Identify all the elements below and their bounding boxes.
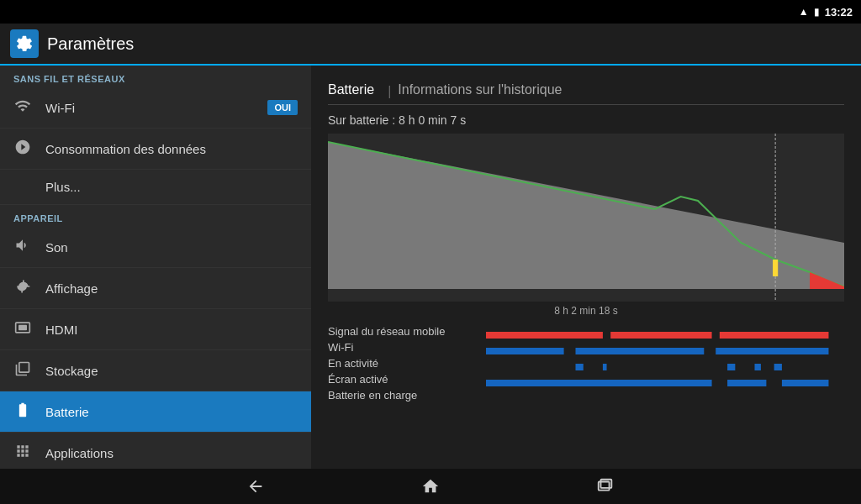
svg-rect-11 (486, 348, 828, 354)
sidebar-item-applications[interactable]: Applications (0, 433, 311, 469)
data-label: Consommation des données (45, 142, 298, 156)
svg-rect-7 (773, 260, 778, 276)
sidebar-item-hdmi[interactable]: HDMI (0, 309, 311, 350)
svg-rect-2 (18, 325, 27, 331)
recents-button[interactable] (590, 471, 621, 501)
sidebar-item-son[interactable]: Son (0, 227, 311, 268)
sidebar-item-plus[interactable]: Plus... (0, 170, 311, 205)
wifi-status-icon: ▲ (799, 6, 809, 18)
sidebar: SANS FIL ET RÉSEAUX Wi-Fi OUI Consommati… (0, 66, 311, 469)
sidebar-item-wifi[interactable]: Wi-Fi OUI (0, 87, 311, 129)
chart-time-label: 8 h 2 min 18 s (328, 305, 844, 317)
battery-icon: ▮ (814, 6, 820, 18)
signal-row-activite: En activité (328, 357, 844, 370)
signal-mobile-label: Signal du réseau mobile (328, 325, 479, 338)
wifi-label: Wi-Fi (45, 101, 254, 115)
signal-mobile-bar (486, 328, 844, 336)
status-time: 13:22 (825, 6, 853, 18)
top-bar: Paramètres (0, 24, 861, 66)
sidebar-item-stockage[interactable]: Stockage (0, 350, 311, 391)
svg-rect-15 (603, 364, 607, 370)
affichage-icon (13, 278, 32, 298)
battery-chart (328, 134, 844, 302)
svg-rect-12 (564, 348, 576, 354)
applications-label: Applications (45, 446, 298, 460)
content-tabs: Batterie | Informations sur l'historique (328, 79, 844, 105)
svg-rect-19 (486, 380, 712, 386)
tab-historique[interactable]: Informations sur l'historique (398, 79, 568, 104)
svg-rect-13 (704, 348, 716, 354)
svg-rect-14 (576, 364, 584, 370)
son-label: Son (45, 240, 298, 255)
signal-activite-bar (486, 360, 844, 368)
signal-charge-bar (486, 391, 844, 400)
svg-rect-8 (486, 332, 828, 339)
sidebar-item-affichage[interactable]: Affichage (0, 268, 311, 309)
signal-row-mobile: Signal du réseau mobile (328, 325, 844, 338)
signal-wifi-label: Wi-Fi (328, 341, 479, 354)
svg-rect-17 (755, 364, 761, 370)
tab-divider: | (381, 84, 398, 99)
back-button[interactable] (240, 471, 271, 501)
hdmi-label: HDMI (45, 323, 298, 337)
data-icon (13, 139, 32, 159)
bottom-nav (0, 469, 861, 504)
sidebar-item-data[interactable]: Consommation des données (0, 129, 311, 170)
home-button[interactable] (415, 471, 446, 501)
section-header-appareil: APPAREIL (0, 205, 311, 227)
svg-rect-21 (782, 380, 829, 386)
stockage-label: Stockage (45, 364, 298, 378)
main-layout: SANS FIL ET RÉSEAUX Wi-Fi OUI Consommati… (0, 66, 861, 469)
signal-charge-label: Batterie en charge (328, 389, 479, 402)
svg-rect-9 (603, 332, 610, 339)
signal-wifi-bar (486, 344, 844, 352)
applications-icon (13, 443, 32, 463)
batterie-label: Batterie (45, 405, 298, 419)
tab-batterie[interactable]: Batterie (328, 79, 381, 104)
wifi-icon (13, 97, 32, 118)
battery-duration-label: Sur batterie : 8 h 0 min 7 s (328, 113, 844, 127)
app-icon (10, 29, 39, 58)
section-header-reseau: SANS FIL ET RÉSEAUX (0, 66, 311, 87)
signal-row-charge: Batterie en charge (328, 389, 844, 402)
signal-row-ecran: Écran activé (328, 373, 844, 386)
affichage-label: Affichage (45, 281, 298, 296)
content-area: Batterie | Informations sur l'historique… (311, 66, 861, 469)
settings-icon (15, 34, 34, 53)
hdmi-icon (13, 319, 32, 339)
svg-rect-16 (727, 364, 735, 370)
wifi-toggle-button[interactable]: OUI (267, 100, 298, 115)
signal-ecran-label: Écran activé (328, 373, 479, 386)
signal-row-wifi: Wi-Fi (328, 341, 844, 354)
status-bar: ▲ ▮ 13:22 (0, 0, 861, 24)
stockage-icon (13, 360, 32, 381)
page-title: Paramètres (47, 34, 134, 54)
batterie-icon (13, 402, 32, 422)
son-icon (13, 237, 32, 257)
svg-rect-18 (774, 364, 782, 370)
sidebar-item-batterie[interactable]: Batterie (0, 391, 311, 433)
signal-ecran-bar (486, 375, 844, 384)
svg-rect-20 (727, 380, 766, 386)
svg-rect-10 (712, 332, 720, 339)
signal-activite-label: En activité (328, 357, 479, 370)
battery-chart-svg (328, 134, 844, 302)
